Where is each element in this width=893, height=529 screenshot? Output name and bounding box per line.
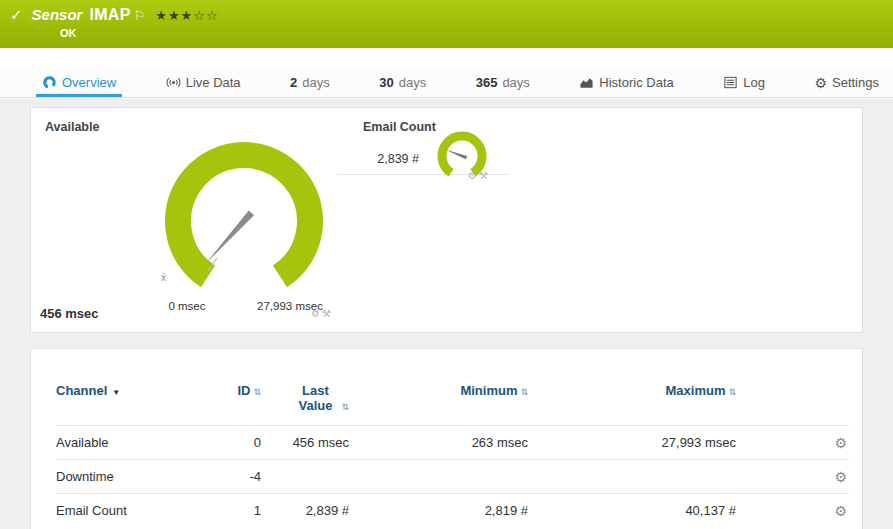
prtg-sensor-page: ✓ Sensor IMAP ⚐ ★★★☆☆ OK Overview Live D… xyxy=(0,0,893,529)
tab-label: days xyxy=(502,75,529,90)
column-header-id[interactable]: ID⇅ xyxy=(196,383,261,398)
channel-settings-icon[interactable]: ⚙ xyxy=(834,469,847,485)
historic-data-chart-icon xyxy=(579,75,594,90)
tab-label: Settings xyxy=(832,75,879,90)
email-gauge-tools[interactable]: ⚙⚒ xyxy=(468,170,490,181)
sort-icon: ⇅ xyxy=(728,387,736,397)
table-row-email-count[interactable]: Email Count 1 2,839 # 2,819 # 40,137 # ⚙ xyxy=(56,493,849,527)
sensor-header: ✓ Sensor IMAP ⚐ ★★★☆☆ OK xyxy=(0,0,893,48)
tab-label: days xyxy=(399,75,426,90)
gauge-tools-icon[interactable]: ⚒ xyxy=(322,308,333,319)
tab-historic-data[interactable]: Historic Data xyxy=(577,68,675,97)
channel-last-value: 2,839 # xyxy=(261,503,349,518)
channel-table-panel: Channel▼ ID⇅ Last Value⇅ Minimum⇅ Maximu… xyxy=(30,348,863,529)
channel-last-value: 456 msec xyxy=(261,435,349,450)
tab-label: Log xyxy=(743,75,765,90)
gauge-scale-min: 0 msec xyxy=(157,300,217,312)
channel-minimum: 263 msec xyxy=(349,435,528,450)
column-label: Minimum xyxy=(460,383,517,398)
column-label: Last Value xyxy=(292,383,338,413)
gauge-needle xyxy=(203,210,254,265)
table-row-available[interactable]: Available 0 456 msec 263 msec 27,993 mse… xyxy=(56,425,849,459)
tab-overview[interactable]: Overview xyxy=(40,68,118,97)
flag-icon[interactable]: ⚐ xyxy=(134,8,146,23)
channel-settings-icon[interactable]: ⚙ xyxy=(834,435,847,451)
stars-filled[interactable]: ★★★ xyxy=(155,8,193,23)
column-label: ID xyxy=(237,383,250,398)
channel-name[interactable]: Available xyxy=(56,435,196,450)
available-current-value: 456 msec xyxy=(40,306,99,321)
tab-log[interactable]: Log xyxy=(721,68,767,97)
tab-bar: Overview Live Data 2 days 30 days 365 da… xyxy=(0,68,893,98)
channel-maximum: 27,993 msec xyxy=(528,435,736,450)
tab-label: Live Data xyxy=(186,75,241,90)
channel-minimum: 2,819 # xyxy=(349,503,528,518)
log-list-icon xyxy=(723,75,738,90)
sort-icon: ⇅ xyxy=(253,387,261,397)
tab-label: Historic Data xyxy=(599,75,673,90)
mean-marker: x̄ xyxy=(161,272,166,283)
stars-empty[interactable]: ☆☆ xyxy=(193,8,218,23)
channel-id: 0 xyxy=(196,435,261,450)
column-header-last-value[interactable]: Last Value⇅ xyxy=(261,383,349,413)
live-data-broadcast-icon xyxy=(166,75,181,90)
column-header-maximum[interactable]: Maximum⇅ xyxy=(528,383,736,398)
overview-content: Available x̄ 0 msec 27,993 msec 456 msec… xyxy=(0,99,893,529)
sensor-status-badge: OK xyxy=(60,27,893,39)
tab-number: 30 xyxy=(379,75,393,90)
channel-name[interactable]: Email Count xyxy=(56,503,196,518)
column-header-minimum[interactable]: Minimum⇅ xyxy=(349,383,528,398)
available-gauge xyxy=(149,126,339,302)
tab-2-days[interactable]: 2 days xyxy=(288,68,332,97)
tab-live-data[interactable]: Live Data xyxy=(164,68,243,97)
settings-gear-icon: ⚙ xyxy=(814,76,827,90)
email-count-gauge-label: Email Count xyxy=(363,120,436,134)
status-ok-check-icon: ✓ xyxy=(10,6,23,24)
column-label: Maximum xyxy=(665,383,725,398)
gauge-settings-icon[interactable]: ⚙ xyxy=(468,170,479,181)
available-gauge-label: Available xyxy=(45,120,99,134)
sensor-title-row: ✓ Sensor IMAP ⚐ ★★★☆☆ xyxy=(10,6,893,24)
tab-label: Overview xyxy=(62,75,116,90)
gauge-needle xyxy=(445,148,468,160)
column-header-channel[interactable]: Channel▼ xyxy=(56,383,196,398)
object-kind-label: Sensor xyxy=(32,6,83,23)
available-gauge-tools[interactable]: ⚙⚒ xyxy=(311,308,333,319)
channel-settings-icon[interactable]: ⚙ xyxy=(834,503,847,519)
channel-name[interactable]: Downtime xyxy=(56,469,196,484)
email-count-current-value: 2,839 # xyxy=(337,152,419,166)
tab-number: 365 xyxy=(476,75,498,90)
tab-number: 2 xyxy=(290,75,297,90)
gauge-tools-icon[interactable]: ⚒ xyxy=(479,170,490,181)
table-row-downtime[interactable]: Downtime -4 ⚙ xyxy=(56,459,849,493)
priority-star-rating[interactable]: ★★★☆☆ xyxy=(155,8,218,23)
column-label: Channel xyxy=(56,383,107,398)
channel-id: -4 xyxy=(196,469,261,484)
overview-gauge-icon xyxy=(42,75,57,90)
gauges-panel: Available x̄ 0 msec 27,993 msec 456 msec… xyxy=(30,107,863,333)
sort-icon: ⇅ xyxy=(520,387,528,397)
tab-365-days[interactable]: 365 days xyxy=(474,68,532,97)
sort-desc-icon: ▼ xyxy=(112,388,120,397)
tab-30-days[interactable]: 30 days xyxy=(377,68,428,97)
gauge-settings-icon[interactable]: ⚙ xyxy=(311,308,322,319)
channel-maximum: 40,137 # xyxy=(528,503,736,518)
tab-settings[interactable]: ⚙ Settings xyxy=(812,68,881,97)
tab-label: days xyxy=(302,75,329,90)
sort-icon: ⇅ xyxy=(341,402,349,412)
channel-id: 1 xyxy=(196,503,261,518)
sensor-name: IMAP xyxy=(89,6,130,24)
channel-table-header: Channel▼ ID⇅ Last Value⇅ Minimum⇅ Maximu… xyxy=(56,383,849,413)
